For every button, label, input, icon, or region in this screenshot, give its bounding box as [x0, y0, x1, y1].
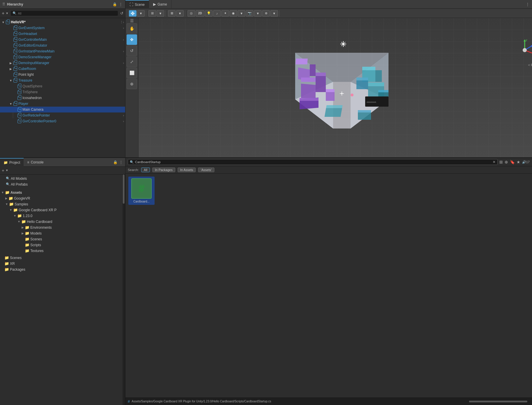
tree-item-quadSphere[interactable]: ▶ QuadSphere [0, 83, 125, 89]
filter-btn-assets[interactable]: In Assets [178, 168, 196, 172]
folder-scenes-sub[interactable]: ▶ 📁 Scenes [0, 236, 125, 242]
expand-arrow[interactable]: ▶ [9, 61, 13, 65]
folder-xr[interactable]: ▶ 📁 XR [0, 261, 125, 267]
hierarchy-refresh-icon[interactable]: ↺ [120, 11, 123, 15]
tab-game[interactable]: ▶ Game [149, 0, 172, 9]
toolbar-btn-light[interactable]: 💡 [205, 10, 213, 17]
folder-samples[interactable]: ▼ 📁 Samples [0, 201, 125, 207]
toolbar-btn-camera[interactable]: 📷 [246, 10, 253, 17]
search-expand-btn[interactable]: ⊞ [499, 160, 503, 164]
tree-item-treasure[interactable]: ▼ Treasure [0, 78, 125, 83]
toolbar-btn-dropdown6[interactable]: ▼ [270, 10, 278, 17]
tree-item-demoSceneManager[interactable]: ▶ DemoSceneManager [0, 54, 125, 60]
toolbar-btn-snap[interactable]: ⊠ [168, 10, 176, 17]
helloVR-more[interactable]: ⋮ [120, 20, 123, 24]
project-sidebar-scrollbar[interactable] [123, 175, 125, 405]
add-dropdown-icon[interactable]: ▼ [6, 12, 8, 15]
toolbar-btn-fx[interactable]: ✦ [221, 10, 229, 17]
folder-textures[interactable]: ▶ 📁 Textures [0, 248, 125, 254]
folder-packages[interactable]: ▶ 📁 Packages [0, 267, 125, 272]
environments-expand-arrow[interactable]: ▶ [22, 226, 24, 229]
toolbar-btn-dropdown3[interactable]: ▼ [176, 10, 184, 17]
tool-hand[interactable]: ✋ [127, 23, 137, 34]
toolbar-btn-move[interactable] [129, 10, 136, 17]
hierarchy-search-input[interactable] [18, 12, 116, 15]
tree-item-gvrEventSystem[interactable]: ▶ GvrEventSystem › [0, 25, 125, 31]
tree-item-gvrInstantPreviewMain[interactable]: ▶ GvrInstantPreviewMain › [0, 48, 125, 54]
tree-item-gvrHeadset[interactable]: ▶ GvrHeadset [0, 31, 125, 37]
toolbar-btn-center[interactable]: ◎ [188, 10, 195, 17]
tool-rotate[interactable]: ↺ [127, 45, 137, 56]
tree-item-cubeRoom[interactable]: ▶ CubeRoom [0, 66, 125, 72]
folder-googleVR[interactable]: ▶ 📁 GoogleVR [0, 196, 125, 201]
status-scrollbar[interactable] [469, 401, 527, 402]
tab-console[interactable]: ≡ Console [24, 158, 47, 167]
toolbar-btn-dropdown4[interactable]: ▼ [238, 10, 245, 17]
folder-environments[interactable]: ▶ 📁 Environments [0, 225, 125, 230]
asset-item-cardboardStartup[interactable]: # Cardboard... [128, 177, 155, 205]
tool-transform[interactable]: ⊕ [127, 79, 137, 89]
toolbar-btn-dropdown2[interactable]: ▼ [157, 10, 164, 17]
project-add-btn[interactable]: + [2, 168, 4, 173]
toolbar-btn-rect[interactable]: ⊞ [148, 10, 156, 17]
filter-btn-all[interactable]: All [141, 168, 150, 172]
project-all-models[interactable]: 🔍 All Models [0, 176, 125, 182]
search-bookmark-btn[interactable]: 🔖 [510, 160, 515, 164]
filter-btn-packages[interactable]: In Packages [152, 168, 175, 172]
project-search-input[interactable] [135, 160, 491, 164]
toolbar-btn-sky[interactable]: ◉ [230, 10, 237, 17]
project-add-dropdown[interactable]: ▼ [6, 169, 8, 172]
tab-project[interactable]: 📁 Project [0, 158, 24, 167]
project-menu-icon[interactable]: ⋮ [119, 160, 123, 164]
googleCardboard-expand-arrow[interactable]: ▼ [9, 208, 12, 212]
expand-arrow[interactable]: ▼ [9, 78, 13, 82]
project-sidebar-thumb[interactable] [123, 175, 125, 204]
toolbar-btn-dropdown5[interactable]: ▼ [254, 10, 262, 17]
toolbar-btn-audio[interactable]: ♪ [213, 10, 221, 17]
expand-arrow[interactable]: ▼ [9, 102, 13, 106]
folder-helloCardboard[interactable]: ▼ 📁 Hello Cardboard [0, 219, 125, 225]
folder-scripts[interactable]: ▶ 📁 Scripts [0, 242, 125, 248]
folder-models[interactable]: ▶ 📁 Models [0, 230, 125, 236]
assets-expand-arrow[interactable]: ▼ [1, 191, 4, 194]
search-star-btn[interactable]: ★ [517, 160, 520, 164]
tool-rect[interactable]: ⬜ [127, 68, 137, 78]
expand-arrow[interactable]: ▶ [9, 67, 13, 71]
expand-arrow[interactable]: ▼ [1, 20, 5, 24]
tree-item-gvrReticlePointer[interactable]: GvrReticlePointer › [0, 112, 125, 118]
toolbar-btn-layers[interactable]: ⊕ [262, 10, 270, 17]
folder-scenes-top[interactable]: ▶ 📁 Scenes [0, 255, 125, 261]
toolbar-btn-2d[interactable]: 2D [196, 10, 204, 17]
hierarchy-lock-icon[interactable]: 🔒 [113, 2, 117, 6]
project-all-prefabs[interactable]: 🔍 All Prefabs [0, 182, 125, 187]
tree-item-demoInputManager[interactable]: ▶ DemoInputManager › [0, 60, 125, 66]
samples-expand-arrow[interactable]: ▼ [5, 202, 8, 206]
tree-item-triSphere[interactable]: ▶ TriSphere [0, 89, 125, 95]
tree-item-icosahedron[interactable]: ▶ Icosahedron [0, 95, 125, 101]
googleVR-expand-arrow[interactable]: ▶ [5, 197, 8, 200]
project-lock-icon[interactable]: 🔒 [113, 160, 118, 164]
version-expand-arrow[interactable]: ▼ [13, 214, 16, 217]
tab-scene[interactable]: ⛶ Scene [125, 0, 149, 9]
tree-item-helloVR[interactable]: ▼ HelloVR* ⋮ › [0, 19, 125, 25]
tree-item-gvrEditorEmulator[interactable]: ▶ GvrEditorEmulator [0, 43, 125, 48]
tool-move[interactable]: ✥ [127, 34, 137, 45]
tree-item-mainCamera[interactable]: ▶ Main Camera [0, 107, 125, 112]
tree-item-gvrControllerPointer0[interactable]: ▶ GvrControllerPointer0 › [0, 118, 125, 124]
expand-arrow[interactable]: ▶ [9, 26, 13, 30]
clear-search-btn[interactable]: ✕ [493, 160, 496, 164]
search-filter-btn[interactable]: ⊕ [505, 160, 508, 164]
toolbar-btn-dropdown[interactable]: ▼ [137, 10, 145, 17]
folder-version[interactable]: ▼ 📁 1.23.0 [0, 213, 125, 219]
scene-menu-icon[interactable]: ⋮ [526, 2, 530, 7]
filter-btn-assets-quoted[interactable]: 'Assets' [198, 168, 214, 172]
models-expand-arrow[interactable]: ▶ [22, 232, 24, 235]
add-button[interactable]: + [2, 11, 4, 16]
tree-item-pointLight[interactable]: ▶ Point light [0, 72, 125, 78]
tool-scale[interactable]: ⤢ [127, 57, 137, 67]
helloCardboard-expand-arrow[interactable]: ▼ [18, 220, 20, 223]
folder-assets[interactable]: ▼ 📁 Assets [0, 190, 125, 196]
tree-item-gvrControllerMain[interactable]: ▶ GvrControllerMain › [0, 37, 125, 43]
folder-googleCardboard[interactable]: ▼ 📁 Google Cardboard XR P [0, 207, 125, 213]
tree-item-player[interactable]: ▼ Player [0, 101, 125, 107]
